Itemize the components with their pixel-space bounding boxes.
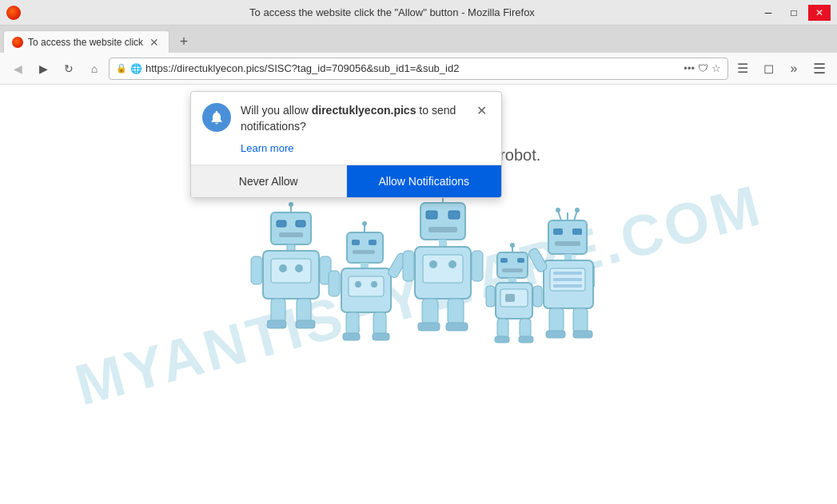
svg-point-2 [289, 202, 293, 207]
svg-rect-22 [353, 250, 375, 254]
address-bar[interactable]: 🔒 🌐 https://directuklyecon.pics/SISC?tag… [109, 58, 728, 80]
menu-button[interactable]: ☰ [808, 58, 831, 80]
svg-point-10 [295, 264, 303, 272]
svg-rect-42 [423, 255, 463, 283]
svg-rect-56 [502, 268, 523, 272]
bookmark-icon[interactable]: ☆ [711, 62, 721, 74]
window-title: To access the website click the "Allow" … [27, 6, 757, 18]
svg-rect-83 [573, 308, 588, 332]
synced-tabs-button[interactable]: ◻ [757, 58, 779, 80]
url-dots: ••• [684, 62, 695, 74]
robots-svg [243, 196, 595, 356]
svg-rect-33 [373, 333, 389, 340]
svg-rect-37 [426, 211, 437, 219]
svg-rect-5 [279, 232, 303, 237]
svg-rect-66 [519, 336, 533, 343]
svg-rect-17 [347, 232, 383, 263]
titlebar: To access the website click the "Allow" … [0, 0, 837, 26]
shield-icon: 🛡 [698, 62, 708, 74]
svg-rect-61 [497, 319, 508, 338]
svg-rect-76 [564, 254, 572, 260]
svg-point-43 [429, 260, 437, 268]
svg-rect-32 [343, 333, 360, 340]
svg-point-53 [510, 243, 515, 248]
browser-content: MYANTISPYWARE.COM Click "Allow" to confi… [0, 85, 837, 504]
popup-header: Will you allow directuklyecon.pics to se… [191, 92, 501, 141]
svg-point-71 [556, 208, 560, 212]
svg-rect-39 [428, 227, 457, 232]
url-text: https://directuklyecon.pics/SISC?tag_id=… [145, 62, 680, 74]
notification-popup: Will you allow directuklyecon.pics to se… [190, 91, 502, 198]
svg-rect-60 [505, 294, 515, 302]
svg-rect-81 [553, 284, 582, 288]
svg-rect-46 [448, 299, 464, 324]
svg-point-27 [371, 281, 377, 288]
svg-rect-79 [553, 272, 582, 275]
svg-rect-55 [517, 258, 524, 263]
never-allow-button[interactable]: Never Allow [191, 165, 347, 197]
svg-point-9 [279, 264, 287, 272]
svg-rect-80 [553, 278, 582, 281]
more-tools-button[interactable]: » [783, 58, 805, 80]
tab-close-button[interactable]: ✕ [148, 36, 161, 49]
learn-more-link[interactable]: Learn more [241, 142, 293, 154]
active-tab[interactable]: To access the website click ✕ [3, 30, 169, 53]
svg-rect-4 [296, 220, 305, 227]
svg-rect-16 [296, 320, 315, 328]
allow-notifications-button[interactable]: Allow Notifications [347, 165, 502, 197]
svg-rect-21 [369, 240, 377, 245]
svg-rect-11 [271, 299, 285, 323]
svg-rect-38 [448, 211, 460, 219]
library-button[interactable]: ☰ [731, 58, 754, 80]
svg-rect-87 [573, 331, 592, 338]
popup-learn-more: Learn more [191, 141, 501, 165]
robots-illustration [243, 196, 595, 356]
maximize-button[interactable]: □ [783, 5, 805, 21]
popup-question: Will you allow [241, 104, 312, 117]
dots-icon: ••• [684, 62, 695, 74]
svg-rect-85 [594, 264, 595, 288]
svg-rect-75 [555, 241, 580, 246]
popup-domain: directuklyecon.pics [312, 104, 417, 117]
svg-rect-25 [349, 276, 384, 296]
svg-point-26 [355, 281, 361, 288]
toolbar: ◀ ▶ ↻ ⌂ 🔒 🌐 https://directuklyecon.pics/… [0, 53, 837, 85]
svg-point-19 [362, 221, 367, 226]
forward-button[interactable]: ▶ [32, 58, 54, 80]
notification-bell-icon [202, 103, 231, 132]
svg-rect-13 [251, 256, 262, 284]
svg-rect-63 [486, 286, 495, 307]
popup-buttons: Never Allow Allow Notifications [191, 165, 501, 197]
svg-rect-82 [549, 308, 564, 332]
svg-rect-12 [297, 299, 311, 323]
tab-favicon [12, 37, 23, 48]
close-button[interactable]: ✕ [808, 5, 831, 21]
svg-point-44 [448, 260, 456, 268]
window-controls: ─ □ ✕ [757, 5, 831, 21]
tabbar: To access the website click ✕ + [0, 26, 837, 53]
svg-rect-23 [361, 263, 369, 268]
svg-rect-54 [500, 258, 508, 263]
popup-close-button[interactable]: ✕ [473, 103, 490, 118]
svg-rect-20 [352, 240, 360, 245]
svg-rect-84 [527, 248, 548, 273]
svg-rect-48 [472, 251, 483, 281]
svg-rect-28 [346, 312, 359, 335]
security-icon: 🔒 [116, 63, 127, 73]
home-button[interactable]: ⌂ [83, 58, 106, 80]
svg-point-72 [575, 208, 580, 212]
svg-rect-29 [373, 312, 386, 335]
reload-button[interactable]: ↻ [58, 58, 80, 80]
lock-icon: 🌐 [130, 63, 142, 74]
svg-rect-47 [403, 251, 414, 281]
back-button[interactable]: ◀ [6, 58, 29, 80]
svg-rect-64 [533, 286, 542, 307]
new-tab-button[interactable]: + [173, 30, 195, 53]
svg-rect-3 [277, 220, 286, 227]
svg-rect-50 [446, 323, 468, 331]
svg-rect-49 [418, 323, 440, 331]
minimize-button[interactable]: ─ [757, 5, 779, 21]
svg-rect-51 [497, 252, 528, 278]
svg-rect-65 [495, 336, 509, 343]
svg-rect-15 [267, 320, 286, 328]
